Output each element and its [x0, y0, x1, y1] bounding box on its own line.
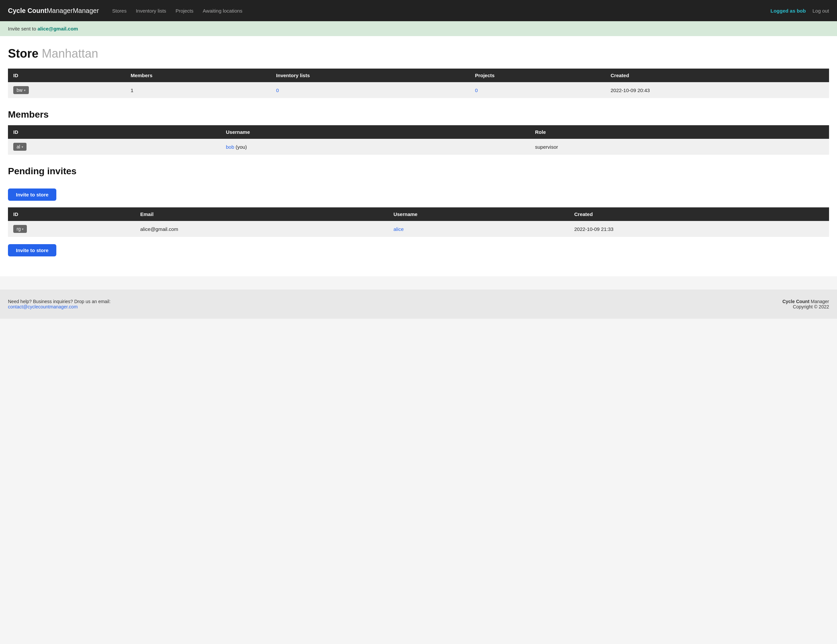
invite-id-text: rg: [16, 226, 21, 231]
member-username-cell: bob (you): [221, 139, 530, 155]
store-col-inventory: Inventory lists: [271, 69, 469, 82]
members-col-role: Role: [530, 125, 829, 139]
member-id-badge[interactable]: al ▾: [13, 143, 26, 151]
member-id-cell: al ▾: [8, 139, 221, 155]
invites-col-id: ID: [8, 207, 135, 221]
footer-contact-email[interactable]: contact@cyclecountmanager.com: [8, 304, 77, 310]
store-id-badge[interactable]: bw ▾: [13, 86, 29, 94]
invite-to-store-button-bottom[interactable]: Invite to store: [8, 244, 56, 256]
main-content: Store Manhattan ID Members Inventory lis…: [0, 36, 837, 276]
store-inventory-link[interactable]: 0: [276, 87, 279, 93]
chevron-down-icon: ▾: [21, 145, 23, 149]
members-col-username: Username: [221, 125, 530, 139]
invite-created-cell: 2022-10-09 21:33: [569, 221, 829, 237]
invite-id-cell: rg ▾: [8, 221, 135, 237]
member-table-row: al ▾ bob (you) supervisor: [8, 139, 829, 155]
footer-right: Cycle Count Manager Copyright © 2022: [782, 299, 829, 310]
footer-left: Need help? Business inquiries? Drop us a…: [8, 299, 111, 310]
chevron-down-icon: ▾: [24, 88, 26, 92]
store-col-created: Created: [606, 69, 829, 82]
notification-email[interactable]: alice@gmail.com: [38, 26, 78, 31]
page-title: Store Manhattan: [8, 47, 829, 61]
invites-col-created: Created: [569, 207, 829, 221]
member-username-suffix: (you): [234, 144, 247, 150]
pending-invites-title: Pending invites: [8, 166, 829, 177]
nav-inventory-lists[interactable]: Inventory lists: [136, 8, 166, 13]
invites-col-username: Username: [388, 207, 569, 221]
page-title-light: Manhattan: [42, 47, 98, 60]
invite-table-row: rg ▾ alice@gmail.com alice 2022-10-09 21…: [8, 221, 829, 237]
footer-brand-bold: Cycle Count: [782, 299, 809, 304]
store-col-projects: Projects: [469, 69, 605, 82]
invite-email-cell: alice@gmail.com: [135, 221, 388, 237]
nav-awaiting-locations[interactable]: Awaiting locations: [203, 8, 243, 13]
store-col-id: ID: [8, 69, 125, 82]
store-id-text: bw: [16, 87, 23, 93]
invite-username-link[interactable]: alice: [393, 226, 404, 232]
logged-as-user: bob: [797, 8, 806, 13]
logged-as-prefix: Logged as: [770, 8, 797, 13]
brand-logo: Cycle Count Manager Manager: [8, 7, 99, 15]
store-projects-link[interactable]: 0: [475, 87, 478, 93]
footer-help-text: Need help? Business inquiries? Drop us a…: [8, 299, 111, 304]
navbar-links: Stores Inventory lists Projects Awaiting…: [112, 8, 771, 13]
store-projects-cell: 0: [469, 82, 605, 98]
logout-link[interactable]: Log out: [812, 8, 829, 13]
chevron-down-icon: ▾: [22, 227, 23, 231]
store-table-row: bw ▾ 1 0 0 2022-10-09 20:43: [8, 82, 829, 98]
brand-light-text: Manager: [73, 7, 99, 15]
logged-as-text: Logged as bob: [770, 8, 806, 13]
store-members-cell: 1: [125, 82, 271, 98]
members-table: ID Username Role al ▾ bob (you) supervis…: [8, 125, 829, 156]
invites-col-email: Email: [135, 207, 388, 221]
member-role-cell: supervisor: [530, 139, 829, 155]
nav-projects[interactable]: Projects: [176, 8, 194, 13]
footer-brand: Cycle Count Manager: [782, 299, 829, 304]
members-col-id: ID: [8, 125, 221, 139]
member-username-link[interactable]: bob: [226, 144, 234, 150]
invite-username-cell: alice: [388, 221, 569, 237]
navbar-right: Logged as bob Log out: [770, 8, 829, 13]
store-id-cell: bw ▾: [8, 82, 125, 98]
invite-to-store-button-top[interactable]: Invite to store: [8, 188, 56, 201]
footer-copyright: Copyright © 2022: [782, 304, 829, 310]
store-inventory-cell: 0: [271, 82, 469, 98]
invite-id-badge[interactable]: rg ▾: [13, 225, 27, 233]
footer-brand-light: Manager: [811, 299, 829, 304]
member-id-text: al: [16, 144, 20, 149]
members-section-title: Members: [8, 109, 829, 120]
footer: Need help? Business inquiries? Drop us a…: [0, 290, 837, 319]
store-col-members: Members: [125, 69, 271, 82]
page-title-bold: Store: [8, 47, 38, 60]
store-created-cell: 2022-10-09 20:43: [606, 82, 829, 98]
notification-banner: Invite sent to alice@gmail.com: [0, 21, 837, 36]
navbar: Cycle Count Manager Manager Stores Inven…: [0, 0, 837, 21]
store-table: ID Members Inventory lists Projects Crea…: [8, 69, 829, 99]
brand-bold: Cycle Count: [8, 7, 47, 15]
notification-prefix: Invite sent to: [8, 26, 38, 31]
brand-light: Manager: [47, 7, 73, 15]
invites-table: ID Email Username Created rg ▾ alice@gma…: [8, 207, 829, 238]
nav-stores[interactable]: Stores: [112, 8, 126, 13]
